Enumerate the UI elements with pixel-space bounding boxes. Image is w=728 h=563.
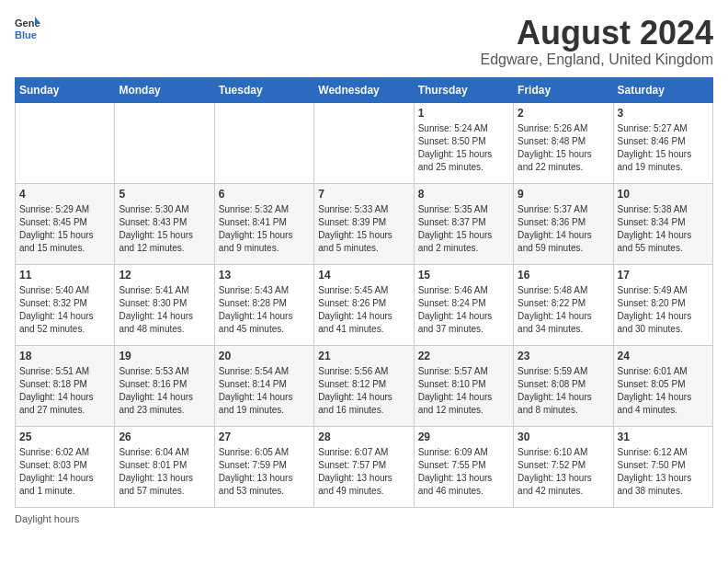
day-number: 9 bbox=[518, 188, 609, 201]
table-row: 6Sunrise: 5:32 AM Sunset: 8:41 PM Daylig… bbox=[214, 183, 313, 264]
day-number: 17 bbox=[618, 269, 709, 282]
table-row: 3Sunrise: 5:27 AM Sunset: 8:46 PM Daylig… bbox=[613, 102, 712, 183]
day-info: Sunrise: 5:35 AM Sunset: 8:37 PM Dayligh… bbox=[418, 203, 509, 255]
page-header: General Blue August 2024 Edgware, Englan… bbox=[15, 15, 713, 68]
day-number: 26 bbox=[119, 431, 210, 443]
table-row: 27Sunrise: 6:05 AM Sunset: 7:59 PM Dayli… bbox=[214, 426, 313, 507]
day-info: Sunrise: 6:02 AM Sunset: 8:03 PM Dayligh… bbox=[19, 446, 110, 498]
table-row: 25Sunrise: 6:02 AM Sunset: 8:03 PM Dayli… bbox=[16, 426, 115, 507]
calendar-body: 1Sunrise: 5:24 AM Sunset: 8:50 PM Daylig… bbox=[16, 102, 713, 507]
day-info: Sunrise: 6:01 AM Sunset: 8:05 PM Dayligh… bbox=[618, 365, 709, 417]
day-info: Sunrise: 5:40 AM Sunset: 8:32 PM Dayligh… bbox=[19, 284, 110, 336]
day-number: 2 bbox=[518, 107, 609, 120]
logo: General Blue bbox=[15, 15, 40, 40]
table-row bbox=[314, 102, 414, 183]
table-row: 11Sunrise: 5:40 AM Sunset: 8:32 PM Dayli… bbox=[16, 264, 115, 345]
table-row: 30Sunrise: 6:10 AM Sunset: 7:52 PM Dayli… bbox=[514, 426, 613, 507]
day-info: Sunrise: 5:46 AM Sunset: 8:24 PM Dayligh… bbox=[418, 284, 509, 336]
table-row: 2Sunrise: 5:26 AM Sunset: 8:48 PM Daylig… bbox=[514, 102, 613, 183]
day-number: 3 bbox=[618, 107, 709, 120]
day-number: 19 bbox=[119, 350, 210, 362]
day-info: Sunrise: 5:27 AM Sunset: 8:46 PM Dayligh… bbox=[618, 122, 709, 174]
table-row: 7Sunrise: 5:33 AM Sunset: 8:39 PM Daylig… bbox=[314, 183, 414, 264]
day-number: 25 bbox=[19, 431, 110, 443]
day-info: Sunrise: 5:43 AM Sunset: 8:28 PM Dayligh… bbox=[219, 284, 310, 336]
day-info: Sunrise: 5:56 AM Sunset: 8:12 PM Dayligh… bbox=[318, 365, 409, 417]
day-info: Sunrise: 5:54 AM Sunset: 8:14 PM Dayligh… bbox=[219, 365, 310, 417]
day-info: Sunrise: 6:09 AM Sunset: 7:55 PM Dayligh… bbox=[418, 446, 509, 498]
header-tuesday: Tuesday bbox=[214, 77, 313, 102]
header-thursday: Thursday bbox=[414, 77, 513, 102]
day-number: 5 bbox=[119, 188, 210, 201]
day-info: Sunrise: 5:45 AM Sunset: 8:26 PM Dayligh… bbox=[318, 284, 409, 336]
table-row: 24Sunrise: 6:01 AM Sunset: 8:05 PM Dayli… bbox=[613, 345, 712, 426]
calendar-header: Sunday Monday Tuesday Wednesday Thursday… bbox=[16, 77, 713, 102]
svg-text:Blue: Blue bbox=[15, 29, 37, 40]
day-number: 12 bbox=[119, 269, 210, 282]
title-area: August 2024 Edgware, England, United Kin… bbox=[481, 15, 714, 68]
table-row: 10Sunrise: 5:38 AM Sunset: 8:34 PM Dayli… bbox=[613, 183, 712, 264]
day-info: Sunrise: 6:04 AM Sunset: 8:01 PM Dayligh… bbox=[119, 446, 210, 498]
table-row: 18Sunrise: 5:51 AM Sunset: 8:18 PM Dayli… bbox=[16, 345, 115, 426]
table-row: 5Sunrise: 5:30 AM Sunset: 8:43 PM Daylig… bbox=[115, 183, 214, 264]
header-saturday: Saturday bbox=[613, 77, 712, 102]
day-number: 13 bbox=[219, 269, 310, 282]
day-info: Sunrise: 5:48 AM Sunset: 8:22 PM Dayligh… bbox=[518, 284, 609, 336]
table-row: 14Sunrise: 5:45 AM Sunset: 8:26 PM Dayli… bbox=[314, 264, 414, 345]
table-row: 4Sunrise: 5:29 AM Sunset: 8:45 PM Daylig… bbox=[16, 183, 115, 264]
day-info: Sunrise: 5:30 AM Sunset: 8:43 PM Dayligh… bbox=[119, 203, 210, 255]
day-number: 14 bbox=[318, 269, 409, 282]
day-info: Sunrise: 5:24 AM Sunset: 8:50 PM Dayligh… bbox=[418, 122, 509, 174]
table-row: 20Sunrise: 5:54 AM Sunset: 8:14 PM Dayli… bbox=[214, 345, 313, 426]
day-number: 11 bbox=[19, 269, 110, 282]
day-number: 29 bbox=[418, 431, 509, 443]
day-info: Sunrise: 5:33 AM Sunset: 8:39 PM Dayligh… bbox=[318, 203, 409, 255]
table-row: 8Sunrise: 5:35 AM Sunset: 8:37 PM Daylig… bbox=[414, 183, 513, 264]
table-row: 1Sunrise: 5:24 AM Sunset: 8:50 PM Daylig… bbox=[414, 102, 513, 183]
day-number: 22 bbox=[418, 350, 509, 362]
day-number: 8 bbox=[418, 188, 509, 201]
table-row: 29Sunrise: 6:09 AM Sunset: 7:55 PM Dayli… bbox=[414, 426, 513, 507]
table-row: 26Sunrise: 6:04 AM Sunset: 8:01 PM Dayli… bbox=[115, 426, 214, 507]
day-info: Sunrise: 6:12 AM Sunset: 7:50 PM Dayligh… bbox=[618, 446, 709, 498]
day-info: Sunrise: 5:38 AM Sunset: 8:34 PM Dayligh… bbox=[618, 203, 709, 255]
table-row bbox=[115, 102, 214, 183]
calendar-table: Sunday Monday Tuesday Wednesday Thursday… bbox=[15, 77, 713, 508]
table-row: 23Sunrise: 5:59 AM Sunset: 8:08 PM Dayli… bbox=[514, 345, 613, 426]
day-info: Sunrise: 5:49 AM Sunset: 8:20 PM Dayligh… bbox=[618, 284, 709, 336]
day-number: 20 bbox=[219, 350, 310, 362]
day-number: 23 bbox=[518, 350, 609, 362]
day-number: 27 bbox=[219, 431, 310, 443]
table-row: 15Sunrise: 5:46 AM Sunset: 8:24 PM Dayli… bbox=[414, 264, 513, 345]
table-row: 31Sunrise: 6:12 AM Sunset: 7:50 PM Dayli… bbox=[613, 426, 712, 507]
day-info: Sunrise: 5:26 AM Sunset: 8:48 PM Dayligh… bbox=[518, 122, 609, 174]
day-number: 10 bbox=[618, 188, 709, 201]
header-sunday: Sunday bbox=[16, 77, 115, 102]
table-row: 22Sunrise: 5:57 AM Sunset: 8:10 PM Dayli… bbox=[414, 345, 513, 426]
table-row: 12Sunrise: 5:41 AM Sunset: 8:30 PM Dayli… bbox=[115, 264, 214, 345]
table-row: 28Sunrise: 6:07 AM Sunset: 7:57 PM Dayli… bbox=[314, 426, 414, 507]
day-info: Sunrise: 6:10 AM Sunset: 7:52 PM Dayligh… bbox=[518, 446, 609, 498]
day-info: Sunrise: 5:51 AM Sunset: 8:18 PM Dayligh… bbox=[19, 365, 110, 417]
calendar-subtitle: Edgware, England, United Kingdom bbox=[481, 52, 714, 68]
table-row: 19Sunrise: 5:53 AM Sunset: 8:16 PM Dayli… bbox=[115, 345, 214, 426]
day-number: 21 bbox=[318, 350, 409, 362]
day-info: Sunrise: 5:53 AM Sunset: 8:16 PM Dayligh… bbox=[119, 365, 210, 417]
day-number: 16 bbox=[518, 269, 609, 282]
day-number: 1 bbox=[418, 107, 509, 120]
day-info: Sunrise: 5:32 AM Sunset: 8:41 PM Dayligh… bbox=[219, 203, 310, 255]
day-number: 31 bbox=[618, 431, 709, 443]
table-row: 16Sunrise: 5:48 AM Sunset: 8:22 PM Dayli… bbox=[514, 264, 613, 345]
day-info: Sunrise: 5:29 AM Sunset: 8:45 PM Dayligh… bbox=[19, 203, 110, 255]
footer-note: Daylight hours bbox=[15, 513, 713, 524]
calendar-title: August 2024 bbox=[481, 15, 714, 52]
table-row bbox=[16, 102, 115, 183]
day-number: 15 bbox=[418, 269, 509, 282]
day-number: 30 bbox=[518, 431, 609, 443]
logo-icon: General Blue bbox=[15, 15, 40, 40]
day-number: 28 bbox=[318, 431, 409, 443]
day-info: Sunrise: 5:37 AM Sunset: 8:36 PM Dayligh… bbox=[518, 203, 609, 255]
day-number: 6 bbox=[219, 188, 310, 201]
day-info: Sunrise: 6:07 AM Sunset: 7:57 PM Dayligh… bbox=[318, 446, 409, 498]
day-number: 24 bbox=[618, 350, 709, 362]
